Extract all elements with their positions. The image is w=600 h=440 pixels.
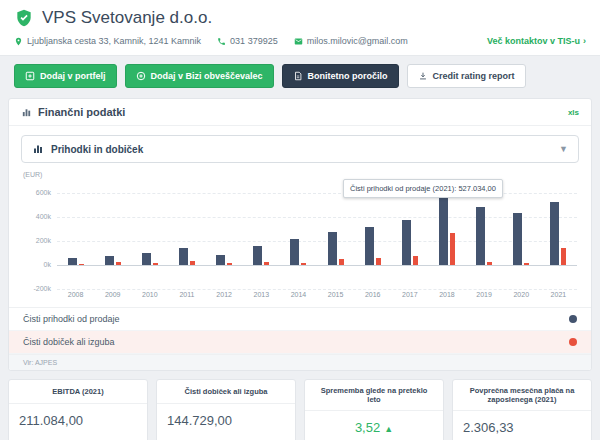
download-icon — [418, 71, 428, 81]
kpi-label: Čisti dobiček ali izguba — [157, 380, 295, 404]
bar-revenue-2013[interactable] — [253, 246, 262, 265]
bar-revenue-2010[interactable] — [142, 253, 151, 265]
kpi-row: EBITDA (2021) 211.084,00 Čisti dobiček a… — [8, 379, 592, 440]
y-tick-label: 600k — [23, 189, 51, 196]
plus-square-icon — [25, 71, 35, 81]
bar-revenue-2008[interactable] — [68, 258, 77, 265]
bar-profit-2017[interactable] — [413, 256, 418, 265]
bar-profit-2013[interactable] — [264, 262, 269, 265]
bar-revenue-2017[interactable] — [402, 220, 411, 265]
bar-revenue-2009[interactable] — [105, 256, 114, 265]
bar-profit-2021[interactable] — [561, 248, 566, 265]
bar-group-2021[interactable]: 2021 — [540, 181, 577, 301]
bar-group-2013[interactable]: 2013 — [243, 181, 280, 301]
bar-group-2014[interactable]: 2014 — [280, 181, 317, 301]
y-tick-label: 0k — [23, 261, 51, 268]
bar-profit-2009[interactable] — [116, 262, 121, 265]
legend-dot-navy-icon — [569, 315, 577, 323]
legend-dot-red-icon — [569, 338, 577, 346]
company-phone: 031 379925 — [217, 36, 278, 46]
kpi-card-yoy-change: Sprememba glede na preteklo leto 3,52▲ — [304, 379, 444, 440]
x-axis-label: 2008 — [68, 291, 84, 298]
kpi-card-net-profit: Čisti dobiček ali izguba 144.729,00 — [156, 379, 296, 440]
kpi-value: 3,52▲ — [305, 411, 443, 440]
bar-revenue-2020[interactable] — [513, 213, 522, 265]
legend-label: Čisti dobiček ali izguba — [23, 337, 115, 347]
chart-tooltip: Čisti prihodki od prodaje (2021): 527.03… — [343, 179, 503, 198]
bar-group-2011[interactable]: 2011 — [168, 181, 205, 301]
x-axis-label: 2014 — [291, 291, 307, 298]
kpi-value: 211.084,00 — [9, 404, 147, 437]
bar-profit-2018[interactable] — [450, 233, 455, 265]
credit-report-button[interactable]: Bonitetno poročilo — [282, 64, 399, 88]
company-name: VPS Svetovanje d.o.o. — [42, 8, 212, 28]
bar-revenue-2011[interactable] — [179, 248, 188, 265]
company-profile-page: VPS Svetovanje d.o.o. Ljubljanska cesta … — [0, 0, 600, 440]
bar-group-2012[interactable]: 2012 — [206, 181, 243, 301]
bar-profit-2014[interactable] — [301, 263, 306, 265]
bar-group-2009[interactable]: 2009 — [94, 181, 131, 301]
kpi-card-ebitda: EBITDA (2021) 211.084,00 — [8, 379, 148, 440]
bar-profit-2016[interactable] — [376, 258, 381, 265]
map-pin-icon — [14, 37, 23, 46]
bar-revenue-2016[interactable] — [365, 227, 374, 265]
page-header: VPS Svetovanje d.o.o. — [0, 0, 600, 34]
bar-group-2015[interactable]: 2015 — [317, 181, 354, 301]
bar-group-2017[interactable]: 2017 — [391, 181, 428, 301]
chevron-down-icon: ▼ — [559, 144, 568, 154]
bar-revenue-2015[interactable] — [328, 232, 337, 265]
legend-label: Čisti prihodki od prodaje — [23, 314, 120, 324]
bar-group-2018[interactable]: 2018 — [428, 181, 465, 301]
x-axis-label: 2013 — [253, 291, 269, 298]
bar-revenue-2014[interactable] — [290, 239, 299, 265]
kpi-label: Povprečna mesečna plača na zaposlenega (… — [453, 380, 591, 411]
bar-revenue-2021[interactable] — [550, 202, 559, 265]
x-axis-label: 2019 — [476, 291, 492, 298]
financial-data-card: Finančni podatki xls Prihodki in dobiček… — [8, 98, 592, 371]
x-axis-label: 2020 — [513, 291, 529, 298]
add-to-portfolio-button[interactable]: Dodaj v portfelj — [14, 64, 117, 88]
verified-shield-icon — [14, 8, 34, 28]
kpi-label: EBITDA (2021) — [9, 380, 147, 404]
bar-group-2019[interactable]: 2019 — [466, 181, 503, 301]
bar-group-2016[interactable]: 2016 — [354, 181, 391, 301]
selected-metric-label: Prihodki in dobiček — [51, 144, 143, 155]
bar-profit-2010[interactable] — [153, 263, 158, 265]
chevron-right-icon: › — [583, 36, 586, 46]
y-tick-label: 400k — [23, 213, 51, 220]
bar-revenue-2019[interactable] — [476, 207, 485, 265]
bar-profit-2019[interactable] — [487, 262, 492, 265]
x-axis-label: 2021 — [551, 291, 567, 298]
trend-up-icon: ▲ — [384, 424, 393, 434]
bar-chart-icon — [32, 143, 44, 155]
more-contacts-link[interactable]: Več kontaktov v TIS-u › — [487, 36, 586, 46]
chart-area: (EUR) 600k400k200k0k-200k 20082009201020… — [23, 171, 577, 303]
bar-profit-2015[interactable] — [339, 259, 344, 265]
legend-item-profit[interactable]: Čisti dobiček ali izguba — [9, 331, 591, 354]
bar-revenue-2012[interactable] — [216, 255, 225, 265]
report-document-icon — [293, 71, 303, 81]
add-to-notifier-button[interactable]: Dodaj v Bizi obveščevalec — [125, 64, 274, 88]
x-axis-label: 2010 — [142, 291, 158, 298]
metric-select-dropdown[interactable]: Prihodki in dobiček ▼ — [21, 135, 579, 163]
company-email[interactable]: milos.milovic@gmail.com — [294, 36, 408, 46]
bar-group-2008[interactable]: 2008 — [57, 181, 94, 301]
kpi-card-avg-salary: Povprečna mesečna plača na zaposlenega (… — [452, 379, 592, 440]
credit-rating-report-button[interactable]: Credit rating report — [407, 64, 526, 88]
action-bar: Dodaj v portfelj Dodaj v Bizi obveščeval… — [0, 56, 600, 96]
bar-profit-2011[interactable] — [190, 261, 195, 265]
x-axis-label: 2011 — [179, 291, 194, 298]
financial-card-title: Finančni podatki — [38, 106, 125, 118]
bar-group-2020[interactable]: 2020 — [503, 181, 540, 301]
export-xls-link[interactable]: xls — [568, 108, 579, 117]
chart-legend: Čisti prihodki od prodaje Čisti dobiček … — [9, 307, 591, 354]
bar-profit-2020[interactable] — [524, 263, 529, 265]
x-axis-label: 2012 — [216, 291, 232, 298]
bar-profit-2008[interactable] — [79, 264, 84, 265]
bar-group-2010[interactable]: 2010 — [131, 181, 168, 301]
bar-plot: 2008200920102011201220132014201520162017… — [57, 181, 577, 301]
x-axis-label: 2015 — [328, 291, 344, 298]
plus-circle-icon — [136, 71, 146, 81]
legend-item-revenue[interactable]: Čisti prihodki od prodaje — [9, 308, 591, 331]
bar-profit-2012[interactable] — [227, 263, 232, 265]
